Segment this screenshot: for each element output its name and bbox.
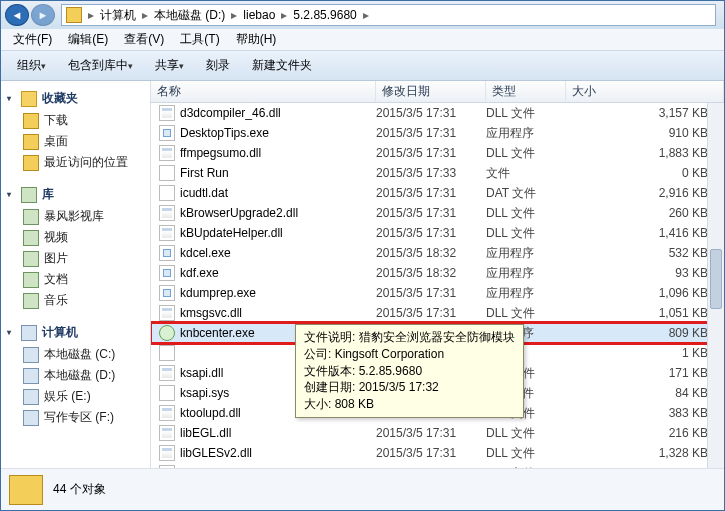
sidebar-item[interactable]: 音乐 xyxy=(3,290,148,311)
tooltip: 文件说明: 猎豹安全浏览器安全防御模块 公司: Kingsoft Corpora… xyxy=(295,324,524,418)
sidebar: 收藏夹 下载 桌面 最近访问的位置 库 暴风影视库 视频 图片 文档 音乐 计算… xyxy=(1,81,151,468)
share-button[interactable]: 共享 xyxy=(145,54,194,77)
sidebar-item[interactable]: 图片 xyxy=(3,248,148,269)
file-type: 应用程序 xyxy=(486,125,566,142)
file-date: 2015/3/5 17:31 xyxy=(376,146,486,160)
file-row[interactable]: icudtl.dat2015/3/5 17:31DAT 文件2,916 KB xyxy=(151,183,724,203)
sidebar-libraries-header[interactable]: 库 xyxy=(3,183,148,206)
file-date: 2015/3/5 18:32 xyxy=(376,246,486,260)
music-icon xyxy=(23,293,39,309)
file-row[interactable]: libEGL.dll2015/3/5 17:31DLL 文件216 KB xyxy=(151,423,724,443)
file-size: 1,883 KB xyxy=(566,146,724,160)
menu-file[interactable]: 文件(F) xyxy=(5,29,60,50)
file-icon xyxy=(159,165,175,181)
file-name: First Run xyxy=(180,166,229,180)
nav-forward-button[interactable]: ► xyxy=(31,4,55,26)
file-name: ksapi.sys xyxy=(180,386,229,400)
include-button[interactable]: 包含到库中 xyxy=(58,54,143,77)
video-lib-icon xyxy=(23,209,39,225)
file-type: DLL 文件 xyxy=(486,305,566,322)
star-icon xyxy=(21,91,37,107)
file-size: 216 KB xyxy=(566,426,724,440)
computer-icon xyxy=(21,325,37,341)
file-row[interactable]: First Run2015/3/5 17:33文件0 KB xyxy=(151,163,724,183)
sidebar-item[interactable]: 下载 xyxy=(3,110,148,131)
file-size: 809 KB xyxy=(566,326,724,340)
dll-icon xyxy=(159,425,175,441)
file-date: 2015/3/5 17:31 xyxy=(376,286,486,300)
folder-icon xyxy=(66,7,82,23)
file-row[interactable]: kdcel.exe2015/3/5 18:32应用程序532 KB xyxy=(151,243,724,263)
sidebar-item[interactable]: 桌面 xyxy=(3,131,148,152)
drive-icon xyxy=(23,389,39,405)
file-row[interactable]: libGLESv2.dll2015/3/5 17:31DLL 文件1,328 K… xyxy=(151,443,724,463)
sidebar-favorites-header[interactable]: 收藏夹 xyxy=(3,87,148,110)
sidebar-item[interactable]: 本地磁盘 (D:) xyxy=(3,365,148,386)
organize-button[interactable]: 组织 xyxy=(7,54,56,77)
breadcrumb-item[interactable]: liebao xyxy=(237,8,281,22)
file-size: 2,916 KB xyxy=(566,186,724,200)
file-icon xyxy=(159,185,175,201)
file-name: libEGL.dll xyxy=(180,426,231,440)
file-date: 2015/3/5 17:31 xyxy=(376,106,486,120)
file-name: d3dcompiler_46.dll xyxy=(180,106,281,120)
dll-icon xyxy=(159,365,175,381)
file-row[interactable]: kBUpdateHelper.dll2015/3/5 17:31DLL 文件1,… xyxy=(151,223,724,243)
sidebar-item[interactable]: 写作专区 (F:) xyxy=(3,407,148,428)
file-row[interactable]: liebao.dll2015/3/5 17:31DLL 文件8,237 KB xyxy=(151,463,724,468)
file-size: 1,051 KB xyxy=(566,306,724,320)
sidebar-computer-header[interactable]: 计算机 xyxy=(3,321,148,344)
file-row[interactable]: ffmpegsumo.dll2015/3/5 17:31DLL 文件1,883 … xyxy=(151,143,724,163)
file-row[interactable]: kdumprep.exe2015/3/5 17:31应用程序1,096 KB xyxy=(151,283,724,303)
breadcrumb-item[interactable]: 5.2.85.9680 xyxy=(287,8,362,22)
file-row[interactable]: kBrowserUpgrade2.dll2015/3/5 17:31DLL 文件… xyxy=(151,203,724,223)
breadcrumb[interactable]: ▸ 计算机▸ 本地磁盘 (D:)▸ liebao▸ 5.2.85.9680▸ xyxy=(61,4,716,26)
menu-tools[interactable]: 工具(T) xyxy=(172,29,227,50)
file-date: 2015/3/5 17:31 xyxy=(376,306,486,320)
sidebar-item[interactable]: 暴风影视库 xyxy=(3,206,148,227)
col-name[interactable]: 名称 xyxy=(151,81,376,102)
file-size: 260 KB xyxy=(566,206,724,220)
drive-icon xyxy=(23,410,39,426)
sidebar-item[interactable]: 娱乐 (E:) xyxy=(3,386,148,407)
sidebar-item[interactable]: 最近访问的位置 xyxy=(3,152,148,173)
library-icon xyxy=(21,187,37,203)
col-date[interactable]: 修改日期 xyxy=(376,81,486,102)
file-row[interactable]: DesktopTips.exe2015/3/5 17:31应用程序910 KB xyxy=(151,123,724,143)
scrollbar-thumb[interactable] xyxy=(710,249,722,309)
col-type[interactable]: 类型 xyxy=(486,81,566,102)
app-icon xyxy=(159,245,175,261)
menu-view[interactable]: 查看(V) xyxy=(116,29,172,50)
status-bar: 44 个对象 xyxy=(1,468,724,510)
file-row[interactable]: kmsgsvc.dll2015/3/5 17:31DLL 文件1,051 KB xyxy=(151,303,724,323)
file-type: 文件 xyxy=(486,165,566,182)
dll-icon xyxy=(159,465,175,468)
sidebar-item[interactable]: 文档 xyxy=(3,269,148,290)
breadcrumb-item[interactable]: 本地磁盘 (D:) xyxy=(148,7,231,24)
file-type: 应用程序 xyxy=(486,285,566,302)
newfolder-button[interactable]: 新建文件夹 xyxy=(242,54,322,77)
breadcrumb-item[interactable]: 计算机 xyxy=(94,7,142,24)
file-date: 2015/3/5 17:31 xyxy=(376,186,486,200)
file-date: 2015/3/5 18:32 xyxy=(376,266,486,280)
sidebar-item[interactable]: 视频 xyxy=(3,227,148,248)
file-row[interactable]: kdf.exe2015/3/5 18:32应用程序93 KB xyxy=(151,263,724,283)
sidebar-item[interactable]: 本地磁盘 (C:) xyxy=(3,344,148,365)
burn-button[interactable]: 刻录 xyxy=(196,54,240,77)
file-type: DLL 文件 xyxy=(486,445,566,462)
file-date: 2015/3/5 17:31 xyxy=(376,126,486,140)
file-size: 383 KB xyxy=(566,406,724,420)
file-size: 910 KB xyxy=(566,126,724,140)
file-size: 532 KB xyxy=(566,246,724,260)
menu-edit[interactable]: 编辑(E) xyxy=(60,29,116,50)
file-name: DesktopTips.exe xyxy=(180,126,269,140)
file-size: 3,157 KB xyxy=(566,106,724,120)
shield-icon xyxy=(159,325,175,341)
scrollbar[interactable] xyxy=(707,103,724,468)
file-row[interactable]: d3dcompiler_46.dll2015/3/5 17:31DLL 文件3,… xyxy=(151,103,724,123)
col-size[interactable]: 大小 xyxy=(566,81,724,102)
nav-back-button[interactable]: ◄ xyxy=(5,4,29,26)
file-name: kBrowserUpgrade2.dll xyxy=(180,206,298,220)
menu-help[interactable]: 帮助(H) xyxy=(228,29,285,50)
file-date: 2015/3/5 17:31 xyxy=(376,206,486,220)
